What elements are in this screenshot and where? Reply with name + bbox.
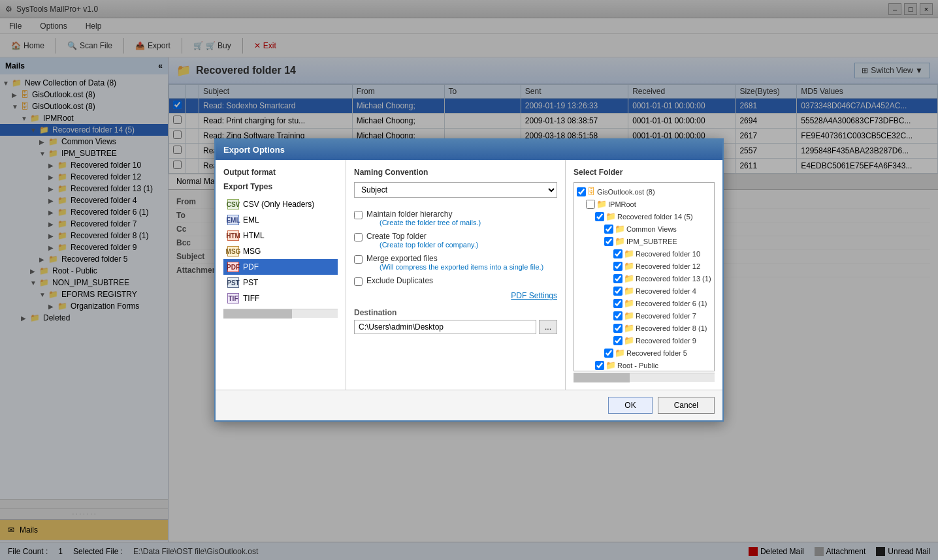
sf-checkbox[interactable] [613, 287, 623, 296]
sf-tree-item[interactable]: 📁Recovered folder 12 [577, 260, 711, 272]
sf-checkbox[interactable] [595, 361, 604, 370]
export-type-item-csv-(only-headers)[interactable]: CSVCSV (Only Headers) [223, 196, 338, 212]
sf-checkbox[interactable] [577, 187, 586, 196]
select-folder-label: Select Folder [574, 168, 715, 177]
sf-folder-icon: 📁 [624, 261, 634, 271]
sf-checkbox[interactable] [586, 200, 595, 209]
merge-exported-checkbox[interactable] [354, 255, 363, 264]
sf-folder-icon: 📁 [596, 199, 607, 209]
export-type-label: MSG [243, 247, 261, 256]
sf-tree-item[interactable]: 📁Recovered folder 5 [577, 347, 711, 359]
sf-tree-item[interactable]: 🗄GisOutlook.ost (8) [577, 185, 711, 198]
sf-checkbox[interactable] [604, 237, 613, 246]
sf-checkbox[interactable] [613, 249, 623, 258]
naming-convention-select[interactable]: Subject [354, 182, 557, 198]
sf-folder-icon: 📁 [624, 286, 634, 296]
export-type-icon: PDF [227, 262, 239, 272]
sf-folder-icon: 📁 [624, 335, 634, 345]
sf-label: Recovered folder 12 [636, 262, 700, 270]
sf-tree-item[interactable]: 📁Root - Public [577, 359, 711, 371]
export-type-icon: CSV [227, 199, 239, 210]
sf-checkbox[interactable] [604, 225, 613, 234]
sf-checkbox[interactable] [613, 299, 623, 308]
export-type-label: TIFF [243, 294, 259, 303]
sf-label: Recovered folder 6 (1) [636, 300, 707, 307]
sf-checkbox[interactable] [613, 262, 623, 271]
sf-tree-item[interactable]: 📁Recovered folder 13 (1) [577, 272, 711, 285]
export-types-hscroll[interactable] [223, 309, 338, 318]
export-types-list: CSVCSV (Only Headers)EMLEMLHTMHTMLMSGMSG… [223, 196, 338, 306]
sf-folder-icon: 📁 [615, 224, 625, 234]
dialog-body: Output format Export Types CSVCSV (Only … [216, 160, 722, 390]
sf-checkbox[interactable] [613, 336, 623, 345]
sf-tree-item[interactable]: 📁Recovered folder 8 (1) [577, 322, 711, 334]
naming-convention-label: Naming Convention [354, 168, 557, 177]
destination-row: ... [354, 320, 557, 334]
export-type-item-html[interactable]: HTMHTML [223, 228, 338, 243]
export-type-icon: MSG [227, 246, 239, 257]
create-top-folder-checkbox[interactable] [354, 233, 363, 241]
export-type-item-pst[interactable]: PSTPST [223, 275, 338, 290]
sf-label: Recovered folder 14 (5) [617, 213, 693, 221]
sf-checkbox[interactable] [604, 349, 613, 358]
sf-checkbox[interactable] [613, 311, 623, 320]
dialog-overlay: Export Options Output format Export Type… [0, 0, 938, 560]
export-type-item-msg[interactable]: MSGMSG [223, 243, 338, 259]
sf-folder-icon: 📁 [624, 249, 634, 258]
cancel-button[interactable]: Cancel [658, 397, 715, 414]
sf-checkbox[interactable] [595, 212, 604, 221]
sf-label: Recovered folder 8 (1) [636, 324, 707, 332]
destination-label: Destination [354, 308, 557, 317]
sf-folder-icon: 📁 [606, 360, 616, 370]
export-type-item-tiff[interactable]: TIFTIFF [223, 290, 338, 306]
select-folder-tree: 🗄GisOutlook.ost (8)📁IPMRoot📁Recovered fo… [574, 182, 715, 371]
export-type-item-pdf[interactable]: PDFPDF [223, 259, 338, 275]
export-type-icon: PST [227, 277, 239, 288]
sf-tree-item[interactable]: 📁Recovered folder 10 [577, 247, 711, 260]
sf-label: GisOutlook.ost (8) [597, 188, 655, 196]
sf-label: Recovered folder 10 [636, 250, 700, 258]
exclude-duplicates-checkbox[interactable] [354, 277, 363, 286]
sf-tree-item[interactable]: 📁Common Views [577, 223, 711, 235]
sf-tree-item[interactable]: 📁Recovered folder 14 (5) [577, 210, 711, 223]
export-type-label: PST [243, 278, 258, 287]
sf-folder-icon: 📁 [624, 323, 634, 333]
sf-tree-item[interactable]: 📁Recovered folder 9 [577, 334, 711, 347]
sf-label: Common Views [626, 225, 677, 233]
sf-tree-item[interactable]: 📁IPM_SUBTREE [577, 235, 711, 247]
browse-button[interactable]: ... [539, 320, 557, 334]
merge-exported-label: Merge exported files [366, 254, 543, 263]
sf-checkbox[interactable] [613, 274, 623, 283]
dialog-right-panel: Select Folder 🗄GisOutlook.ost (8)📁IPMRoo… [566, 160, 722, 390]
sf-label: Recovered folder 4 [636, 287, 696, 295]
sf-hscroll[interactable] [574, 373, 715, 382]
maintain-hierarchy-checkbox[interactable] [354, 211, 363, 219]
sf-folder-icon: 📁 [615, 236, 625, 246]
create-top-folder-row: Create Top folder (Create top folder of … [354, 232, 557, 249]
dialog-left-panel: Output format Export Types CSVCSV (Only … [216, 160, 346, 390]
sf-folder-icon: 🗄 [587, 187, 596, 196]
export-type-icon: EML [227, 215, 239, 225]
export-type-label: EML [243, 215, 259, 225]
sf-label: Root - Public [617, 362, 658, 369]
dialog-middle-panel: Naming Convention Subject Maintain folde… [346, 160, 566, 390]
dialog-title: Export Options [216, 140, 722, 160]
export-types-label: Export Types [223, 182, 338, 191]
maintain-hierarchy-label: Maintain folder hierarchy [366, 210, 481, 219]
export-type-icon: TIF [227, 293, 239, 303]
sf-folder-icon: 📁 [624, 273, 634, 283]
destination-input[interactable] [354, 320, 536, 334]
sf-tree-item[interactable]: 📁Recovered folder 6 (1) [577, 297, 711, 309]
create-top-folder-label: Create Top folder [366, 232, 478, 241]
pdf-settings-link[interactable]: PDF Settings [354, 291, 557, 300]
sf-tree-item[interactable]: 📁Recovered folder 7 [577, 309, 711, 322]
sf-tree-item[interactable]: 📁IPMRoot [577, 198, 711, 210]
sf-label: Recovered folder 13 (1) [636, 275, 711, 283]
export-type-item-eml[interactable]: EMLEML [223, 212, 338, 228]
sf-tree-item[interactable]: 📁Recovered folder 4 [577, 285, 711, 297]
maintain-hierarchy-sub: (Create the folder tree of mails.) [380, 219, 481, 226]
sf-checkbox[interactable] [613, 324, 623, 333]
export-type-label: HTML [243, 231, 265, 240]
sf-label: IPMRoot [608, 200, 636, 208]
ok-button[interactable]: OK [608, 397, 652, 414]
